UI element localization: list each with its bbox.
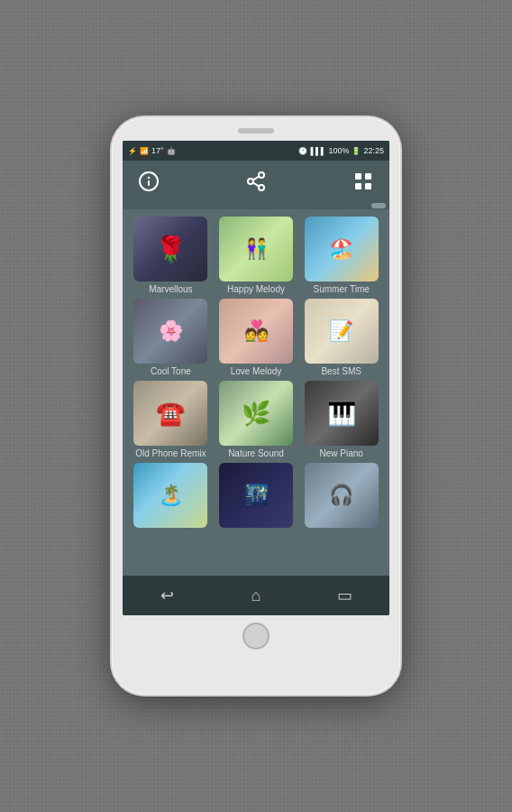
- thumb-cool-tone: [133, 299, 207, 364]
- svg-rect-11: [365, 183, 371, 189]
- thumb-headphone: [305, 463, 379, 528]
- signal-bars-icon: 📶: [140, 147, 149, 155]
- grid-item-cool-tone[interactable]: Cool Tone: [130, 299, 212, 377]
- phone-home-button[interactable]: [242, 623, 270, 650]
- grid-item-night-city[interactable]: [215, 463, 297, 531]
- grid-row-3: Old Phone Remix Nature Sound New Piano: [130, 381, 382, 459]
- battery-icon: 🔋: [352, 147, 361, 155]
- scroll-indicator: [123, 202, 389, 209]
- grid-row-4: [130, 463, 382, 531]
- status-bar: ⚡ 📶 17° 🤖 🕐 ▌▌▌ 100% 🔋 22:25: [123, 141, 389, 161]
- grid-row-2: Cool Tone Love Melody Best SMS: [130, 299, 382, 377]
- grid-item-beach[interactable]: [130, 463, 212, 531]
- share-button[interactable]: [241, 166, 271, 197]
- thumb-summer-time: [305, 217, 379, 281]
- thumb-nature-sound: [219, 381, 293, 446]
- label-nature-sound: Nature Sound: [228, 448, 284, 459]
- phone-speaker: [238, 128, 274, 134]
- info-icon: [138, 171, 160, 192]
- thumb-best-sms: [305, 299, 379, 364]
- info-button[interactable]: [133, 166, 164, 197]
- battery-level: 100%: [328, 146, 349, 155]
- svg-line-7: [253, 182, 260, 186]
- back-button[interactable]: ↩: [147, 579, 187, 612]
- grid-item-headphone[interactable]: [300, 463, 382, 531]
- thumb-new-piano: [305, 381, 379, 446]
- grid-item-marvellous[interactable]: Marvellous: [130, 217, 212, 295]
- grid-item-best-sms[interactable]: Best SMS: [300, 299, 382, 377]
- status-right: 🕐 ▌▌▌ 100% 🔋 22:25: [298, 146, 384, 155]
- bottom-navigation: ↩ ⌂ ▭: [123, 576, 389, 615]
- svg-line-6: [253, 176, 260, 180]
- label-love-melody: Love Melody: [231, 366, 282, 377]
- share-icon: [245, 171, 267, 192]
- scroll-thumb: [371, 203, 386, 208]
- thumb-old-phone: [133, 381, 207, 446]
- temperature: 17°: [151, 146, 164, 155]
- label-old-phone-remix: Old Phone Remix: [135, 448, 206, 459]
- label-happy-melody: Happy Melody: [227, 284, 285, 295]
- phone-device: ⚡ 📶 17° 🤖 🕐 ▌▌▌ 100% 🔋 22:25: [112, 117, 400, 695]
- svg-rect-10: [355, 183, 361, 189]
- android-icon: 🤖: [167, 147, 176, 155]
- grid-item-happy-melody[interactable]: Happy Melody: [215, 217, 297, 295]
- thumb-love-melody: [219, 299, 293, 364]
- clock: 22:25: [363, 146, 384, 155]
- grid-item-old-phone-remix[interactable]: Old Phone Remix: [130, 381, 212, 459]
- recents-icon: ▭: [337, 586, 352, 605]
- usb-icon: ⚡: [128, 147, 137, 155]
- grid-icon: [352, 171, 374, 192]
- grid-item-summer-time[interactable]: Summer Time: [300, 217, 382, 295]
- status-left: ⚡ 📶 17° 🤖: [128, 146, 176, 155]
- ringtone-grid: Marvellous Happy Melody Summer Time Cool…: [123, 209, 389, 576]
- label-new-piano: New Piano: [320, 448, 363, 459]
- label-cool-tone: Cool Tone: [151, 366, 191, 377]
- grid-item-love-melody[interactable]: Love Melody: [215, 299, 297, 377]
- svg-rect-9: [365, 173, 371, 180]
- grid-item-nature-sound[interactable]: Nature Sound: [215, 381, 297, 459]
- label-best-sms: Best SMS: [321, 366, 361, 377]
- grid-row-1: Marvellous Happy Melody Summer Time: [130, 217, 382, 295]
- app-bar: [123, 161, 389, 202]
- alarm-icon: 🕐: [298, 147, 307, 155]
- label-marvellous: Marvellous: [149, 284, 192, 295]
- thumb-marvellous: [133, 217, 207, 281]
- recents-button[interactable]: ▭: [325, 579, 365, 612]
- home-icon: ⌂: [251, 586, 261, 605]
- thumb-beach: [133, 463, 207, 528]
- thumb-happy-melody: [219, 217, 293, 281]
- grid-item-new-piano[interactable]: New Piano: [300, 381, 382, 459]
- grid-view-button[interactable]: [348, 166, 379, 197]
- phone-screen: ⚡ 📶 17° 🤖 🕐 ▌▌▌ 100% 🔋 22:25: [123, 141, 389, 615]
- back-icon: ↩: [160, 586, 174, 605]
- thumb-night-city: [219, 463, 293, 528]
- label-summer-time: Summer Time: [314, 284, 370, 295]
- home-button[interactable]: ⌂: [236, 579, 276, 612]
- signal-icon: ▌▌▌: [310, 147, 325, 155]
- svg-rect-8: [355, 173, 361, 180]
